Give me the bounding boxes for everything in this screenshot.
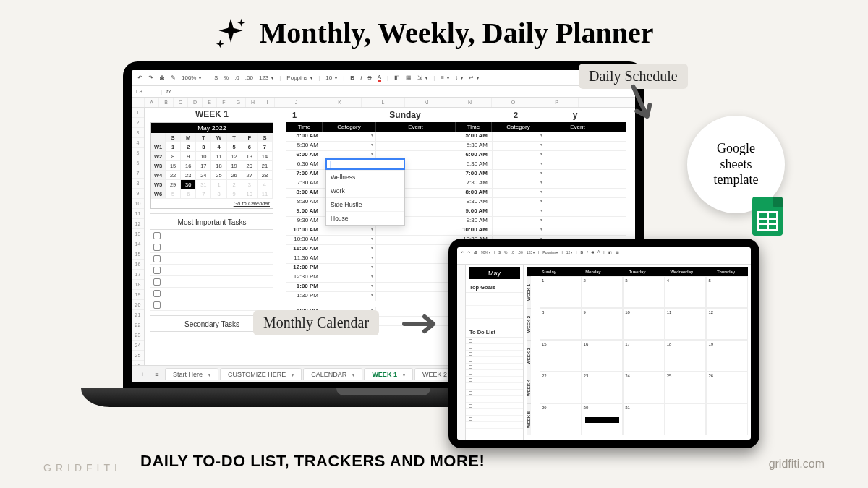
mini-cal-day[interactable]: 4	[258, 180, 273, 189]
checkbox[interactable]	[469, 398, 472, 401]
mini-cal-day[interactable]: 8	[166, 152, 181, 161]
font-family-dropdown[interactable]: Poppins	[542, 250, 558, 254]
decrease-decimals-button[interactable]: .0	[511, 250, 514, 254]
month-day-cell[interactable]: 17	[623, 340, 665, 372]
event-cell[interactable]	[545, 198, 610, 207]
dropdown-input[interactable]: |	[326, 158, 405, 170]
row-header[interactable]: 7	[132, 168, 144, 179]
checkbox[interactable]	[469, 359, 472, 362]
checkbox[interactable]	[153, 255, 161, 262]
redo-icon[interactable]: ↷	[467, 250, 470, 254]
wrap-icon[interactable]: ↩	[469, 74, 479, 81]
row-header[interactable]: 8	[132, 179, 144, 189]
mini-cal-day[interactable]: 28	[258, 171, 273, 180]
row-header[interactable]: 15	[132, 249, 144, 260]
increase-decimals-button[interactable]: .00	[518, 250, 523, 254]
column-header[interactable]: B	[159, 98, 174, 107]
checkbox[interactable]	[469, 372, 472, 375]
checkbox[interactable]	[469, 411, 472, 414]
dropdown-option[interactable]: Side Hustle	[326, 197, 404, 211]
checkbox[interactable]	[469, 417, 472, 421]
borders-icon[interactable]: ▦	[406, 74, 412, 81]
mini-cal-day[interactable]: 6	[181, 189, 196, 199]
event-cell[interactable]	[545, 132, 610, 141]
row-header[interactable]: 13	[132, 229, 144, 239]
todo-row[interactable]	[466, 364, 523, 370]
month-day-cell[interactable]	[706, 403, 748, 435]
event-cell[interactable]	[376, 142, 456, 150]
month-day-cell[interactable]: 30	[582, 403, 624, 435]
category-cell[interactable]	[492, 217, 545, 226]
category-cell[interactable]	[492, 179, 545, 188]
mini-cal-day[interactable]: 22	[166, 171, 181, 180]
checkbox[interactable]	[469, 404, 472, 408]
checkbox[interactable]	[469, 339, 472, 343]
todo-row[interactable]	[466, 396, 523, 403]
goal-row[interactable]	[466, 306, 523, 312]
month-day-cell[interactable]: 3	[623, 276, 665, 308]
month-day-cell[interactable]: 5	[706, 276, 748, 308]
all-sheets-button[interactable]: ≡	[150, 371, 163, 378]
column-header[interactable]: D	[188, 98, 203, 107]
sheet-tab[interactable]: CALENDAR	[303, 368, 362, 380]
column-header[interactable]: N	[448, 98, 492, 107]
font-family-dropdown[interactable]: Poppins	[286, 74, 312, 81]
undo-icon[interactable]: ↶	[137, 74, 142, 81]
todo-row[interactable]	[466, 422, 523, 429]
event-cell[interactable]	[545, 142, 610, 150]
task-row[interactable]	[150, 230, 273, 241]
mini-cal-day[interactable]: 9	[181, 152, 196, 161]
mini-cal-day[interactable]: 27	[242, 171, 258, 180]
event-cell[interactable]	[376, 245, 456, 254]
column-header[interactable]: E	[203, 98, 217, 107]
event-cell[interactable]	[376, 273, 456, 282]
add-sheet-button[interactable]: +	[136, 371, 149, 378]
event-cell[interactable]	[376, 226, 456, 235]
sheet-tab[interactable]: CUSTOMIZE HERE	[220, 368, 302, 380]
decrease-decimals-button[interactable]: .0	[234, 74, 239, 81]
todo-row[interactable]	[466, 403, 523, 409]
event-cell[interactable]	[545, 179, 610, 188]
number-format-dropdown[interactable]: 123	[527, 250, 535, 254]
sheet-tab[interactable]: WEEK 1	[364, 368, 413, 380]
row-header[interactable]: 6	[132, 158, 144, 168]
go-to-calendar-link[interactable]: Go to Calendar	[151, 199, 273, 208]
mini-cal-day[interactable]: 5	[227, 142, 242, 152]
percent-button[interactable]: %	[224, 74, 229, 81]
month-day-cell[interactable]: 1	[540, 276, 582, 308]
column-header[interactable]: P	[535, 98, 579, 107]
month-day-cell[interactable]: 4	[665, 276, 707, 308]
strike-icon[interactable]: S	[592, 250, 594, 254]
mini-cal-day[interactable]: 20	[242, 161, 258, 171]
checkbox[interactable]	[153, 267, 161, 274]
row-header[interactable]: 24	[132, 341, 144, 351]
dropdown-option[interactable]: Work	[326, 184, 404, 197]
checkbox[interactable]	[153, 244, 161, 251]
mini-cal-day[interactable]: 3	[196, 142, 211, 152]
italic-icon[interactable]: I	[587, 250, 587, 254]
halign-icon[interactable]: ≡	[441, 74, 449, 81]
percent-button[interactable]: %	[504, 250, 507, 254]
todo-row[interactable]	[466, 377, 523, 383]
event-cell[interactable]	[376, 264, 456, 273]
number-format-dropdown[interactable]: 123	[259, 74, 273, 81]
category-cell[interactable]	[492, 226, 545, 235]
event-cell[interactable]	[545, 189, 610, 197]
name-box[interactable]: L8	[136, 88, 156, 95]
category-cell[interactable]	[323, 254, 376, 263]
category-cell[interactable]	[492, 132, 545, 141]
month-day-cell[interactable]: 23	[582, 372, 624, 403]
column-header[interactable]: G	[231, 98, 246, 107]
paint-format-icon[interactable]: ✎	[171, 74, 176, 81]
todo-row[interactable]	[466, 338, 523, 344]
dropdown-option[interactable]: House	[326, 211, 404, 225]
category-cell[interactable]	[492, 189, 545, 197]
borders-icon[interactable]: ▦	[616, 250, 619, 254]
mini-cal-day[interactable]: 2	[181, 142, 196, 152]
column-header[interactable]: A	[145, 98, 159, 107]
checkbox[interactable]	[153, 278, 161, 286]
checkbox[interactable]	[469, 385, 472, 388]
goal-row[interactable]	[466, 299, 523, 306]
mini-cal-day[interactable]: 10	[196, 152, 211, 161]
event-cell[interactable]	[545, 217, 610, 226]
